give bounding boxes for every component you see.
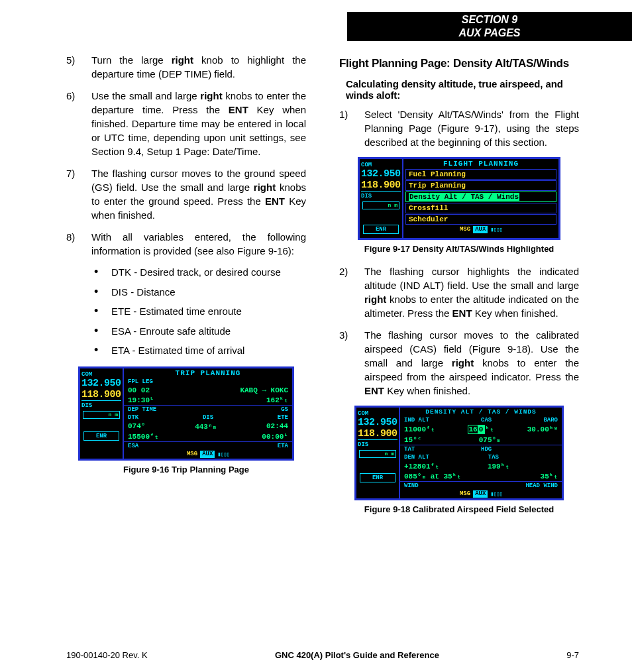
list-item: 1)Select 'Density Alt/TAS/Winds' from th…	[339, 107, 579, 149]
list-item: 2)The flashing cursor highlights the ind…	[339, 264, 579, 320]
left-column: 5)Turn the large right knob to highlight…	[66, 53, 306, 632]
header-line1: SECTION 9	[347, 13, 632, 27]
bullet-item: DTK - Desired track, or desired course	[93, 266, 306, 279]
fig-18-caption: Figure 9-18 Calibrated Airspeed Field Se…	[339, 504, 579, 514]
menu-item: Crossfill	[405, 203, 556, 213]
menu-item: Scheduler	[405, 214, 556, 225]
footer-right: 9-7	[566, 650, 579, 660]
left-steps-list: 5)Turn the large right knob to highlight…	[66, 53, 306, 258]
figure-9-18: COM 132.950 118.900 DIS n m ENR DENSITY …	[354, 406, 564, 500]
fig-16-caption: Figure 9-16 Trip Planning Page	[66, 465, 306, 475]
list-item: 3)The flashing cursor moves to the calib…	[339, 328, 579, 398]
bullet-item: ETE - Estimated time enroute	[93, 305, 306, 318]
list-item: 7)The flashing cursor moves to the groun…	[66, 166, 306, 222]
header-line2: AUX PAGES	[347, 27, 632, 40]
bullet-item: ETA - Estimated time of arrival	[93, 344, 306, 357]
bullet-item: DIS - Distance	[93, 286, 306, 299]
footer-center: GNC 420(A) Pilot's Guide and Reference	[275, 650, 439, 660]
list-item: 5)Turn the large right knob to highlight…	[66, 53, 306, 81]
right-steps-1: 1)Select 'Density Alt/TAS/Winds' from th…	[339, 107, 579, 149]
bullet-item: ESA - Enroute safe altitude	[93, 325, 306, 338]
right-subhead: Calculating density altitude, true airsp…	[346, 78, 579, 101]
footer-left: 190-00140-20 Rev. K	[66, 650, 148, 660]
menu-item: Fuel Planning	[405, 169, 556, 180]
right-steps-2: 2)The flashing cursor highlights the ind…	[339, 264, 579, 398]
page-footer: 190-00140-20 Rev. K GNC 420(A) Pilot's G…	[66, 650, 579, 660]
figure-9-16: COM 132.950 118.900 DIS n m ENR TRIP PLA…	[78, 366, 294, 461]
menu-item: Density Alt / TAS / Winds	[405, 192, 556, 202]
right-heading: Flight Planning Page: Density Alt/TAS/Wi…	[339, 57, 579, 70]
list-item: 6)Use the small and large right knobs to…	[66, 89, 306, 158]
info-bullets: DTK - Desired track, or desired courseDI…	[66, 266, 306, 357]
figure-9-17: COM 132.950 118.900 DIS n m ENR FLIGHT P…	[358, 157, 560, 240]
list-item: 8)With all variables entered, the follow…	[66, 230, 306, 258]
section-header: SECTION 9 AUX PAGES	[347, 12, 632, 41]
right-column: Flight Planning Page: Density Alt/TAS/Wi…	[339, 53, 579, 632]
menu-item: Trip Planning	[405, 180, 556, 191]
fig-17-caption: Figure 9-17 Density Alt/TAS/Winds Highli…	[339, 244, 579, 254]
